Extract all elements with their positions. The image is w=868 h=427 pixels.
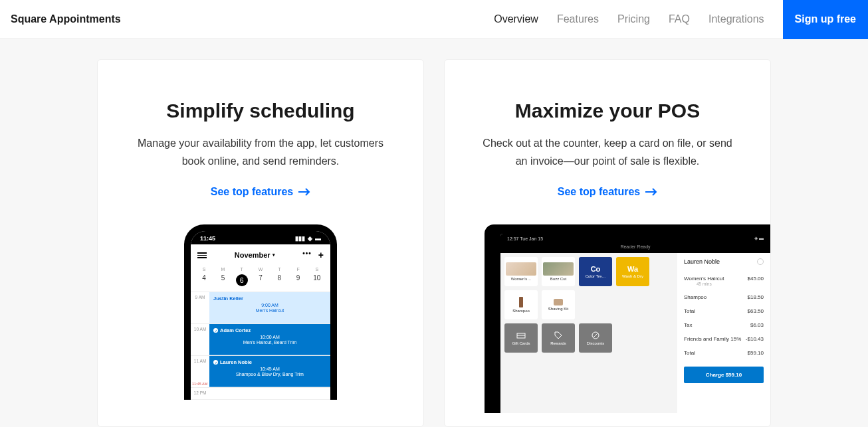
card-scheduling-desc: Manage your availability from the app, l… xyxy=(118,134,403,170)
week-day: F xyxy=(288,267,307,272)
week-day: S xyxy=(195,267,213,272)
phone-mockup: 11:45 ▮▮▮ ◈ ▬ November ▾ ••• + xyxy=(184,224,337,400)
receipt-line: Friends and Family 15%-$10.43 xyxy=(684,332,764,346)
date-cell[interactable]: 5 xyxy=(213,274,232,286)
tablet-screen: 12:57 Tue Jan 15 ◈ ▬ Reader Ready Women'… xyxy=(500,234,770,413)
user-icon xyxy=(757,258,764,265)
event-block[interactable]: Justin Keller 9:00 AM Men's Haircut xyxy=(209,292,330,323)
receipt-line: Women's Haircut45 mins$45.00 xyxy=(684,272,764,290)
event-name: ✓Lauren Noble xyxy=(213,359,326,365)
receipt-line: Tax$6.03 xyxy=(684,318,764,332)
phone-toolbar: November ▾ ••• + xyxy=(191,244,330,266)
date-cell-selected[interactable]: 6 xyxy=(233,274,251,286)
grid-item-buzz[interactable]: Buzz Cut xyxy=(542,257,575,286)
receipt-panel: Lauren Noble Women's Haircut45 mins$45.0… xyxy=(677,253,770,413)
check-icon: ✓ xyxy=(213,328,218,333)
signup-button[interactable]: Sign up free xyxy=(783,0,868,39)
date-cell[interactable]: 8 xyxy=(270,274,288,286)
event-name: Justin Keller xyxy=(213,296,326,301)
grid-item-rewards[interactable]: Rewards xyxy=(542,323,575,353)
phone-status-icons: ▮▮▮ ◈ ▬ xyxy=(295,235,321,242)
charge-button[interactable]: Charge $59.10 xyxy=(684,367,764,383)
schedule: 9 AM Justin Keller 9:00 AM Men's Haircut… xyxy=(191,292,330,400)
tablet-header: Reader Ready xyxy=(500,243,770,253)
current-time-marker: 11:45 AM xyxy=(192,382,207,386)
nav-integrations[interactable]: Integrations xyxy=(708,13,764,25)
schedule-hour: 12 PM xyxy=(191,388,209,399)
card-scheduling-title: Simplify scheduling xyxy=(118,100,403,122)
add-icon[interactable]: + xyxy=(318,250,324,260)
nav-features[interactable]: Features xyxy=(557,13,599,25)
event-name: ✓Adam Cortez xyxy=(213,327,326,333)
grid-item-color[interactable]: CoColor Tre… xyxy=(579,257,612,286)
event-time: 9:00 AM xyxy=(213,303,326,307)
card-pos-desc: Check out at the counter, keep a card on… xyxy=(465,134,750,170)
date-cell[interactable]: 7 xyxy=(251,274,270,286)
event-desc: Men's Haircut xyxy=(213,308,326,313)
tag-icon xyxy=(554,331,563,340)
card-scheduling-link[interactable]: See top features xyxy=(211,186,310,198)
receipt-line: Total$59.10 xyxy=(684,346,764,360)
schedule-row: 12 PM xyxy=(191,388,330,400)
date-cell[interactable]: 4 xyxy=(195,274,213,286)
grid-item-discounts[interactable]: Discounts xyxy=(579,323,612,353)
nav-pricing[interactable]: Pricing xyxy=(617,13,650,25)
event-block[interactable]: ✓Lauren Noble 10:45 AM Shampoo & Blow Dr… xyxy=(209,356,330,387)
schedule-row: 9 AM Justin Keller 9:00 AM Men's Haircut xyxy=(191,292,330,324)
grid-item-wash[interactable]: WaWash & Dry xyxy=(616,257,649,286)
nav-faq[interactable]: FAQ xyxy=(669,13,690,25)
month-selector[interactable]: November ▾ xyxy=(235,251,275,259)
phone-screen: 11:45 ▮▮▮ ◈ ▬ November ▾ ••• + xyxy=(191,231,330,400)
event-desc: Men's Haircut, Beard Trim xyxy=(213,340,326,345)
card-pos-title: Maximize your POS xyxy=(465,100,750,122)
date-cell[interactable]: 9 xyxy=(288,274,307,286)
percent-icon xyxy=(591,331,600,340)
nav: Overview Features Pricing FAQ Integratio… xyxy=(494,0,868,39)
tablet-status-icons: ◈ ▬ xyxy=(754,236,764,241)
more-icon[interactable]: ••• xyxy=(302,250,312,260)
link-label: See top features xyxy=(211,186,293,198)
event-empty xyxy=(209,388,330,399)
grid-item-womens[interactable]: Women's… xyxy=(504,257,538,286)
event-block[interactable]: ✓Adam Cortez 10:00 AM Men's Haircut, Bea… xyxy=(209,324,330,355)
toolbar-right: ••• + xyxy=(302,250,324,260)
week-day: T xyxy=(270,267,288,272)
receipt-line: Total$63.50 xyxy=(684,304,764,318)
phone-notch xyxy=(227,231,294,243)
wifi-icon: ◈ xyxy=(308,235,312,242)
card-pos: Maximize your POS Check out at the count… xyxy=(444,59,771,427)
gift-icon xyxy=(516,331,526,340)
receipt-customer[interactable]: Lauren Noble xyxy=(684,258,764,265)
event-time: 10:45 AM xyxy=(213,367,326,371)
battery-icon: ▬ xyxy=(315,235,321,242)
arrow-right-icon xyxy=(645,188,657,196)
schedule-hour: 9 AM xyxy=(191,292,209,323)
arrow-right-icon xyxy=(298,188,310,196)
chevron-down-icon: ▾ xyxy=(272,252,275,258)
month-label: November xyxy=(235,251,271,259)
pos-grid: Women's… Buzz Cut CoColor Tre… WaWash & … xyxy=(500,253,677,413)
schedule-row: 11 AM11:45 AM ✓Lauren Noble 10:45 AM Sha… xyxy=(191,356,330,388)
event-desc: Shampoo & Blow Dry, Bang Trim xyxy=(213,372,326,377)
schedule-hour: 11 AM11:45 AM xyxy=(191,356,209,387)
content: Simplify scheduling Manage your availabi… xyxy=(0,39,868,427)
tablet-body: Women's… Buzz Cut CoColor Tre… WaWash & … xyxy=(500,253,770,413)
svg-line-3 xyxy=(594,333,597,337)
tablet-mockup: 12:57 Tue Jan 15 ◈ ▬ Reader Ready Women'… xyxy=(485,224,770,413)
week-day: S xyxy=(308,267,326,272)
week-day: T xyxy=(233,267,251,272)
date-cell[interactable]: 10 xyxy=(308,274,326,286)
tablet-time: 12:57 Tue Jan 15 xyxy=(507,236,543,241)
week-row: S M T W T F S xyxy=(191,266,330,274)
hamburger-icon[interactable] xyxy=(197,252,207,258)
grid-item-gift[interactable]: Gift Cards xyxy=(504,323,538,353)
receipt-line: Shampoo$18.50 xyxy=(684,290,764,304)
tablet-status-bar: 12:57 Tue Jan 15 ◈ ▬ xyxy=(500,234,770,243)
nav-overview[interactable]: Overview xyxy=(494,13,538,25)
grid-item-shaving[interactable]: Shaving Kit xyxy=(542,290,575,319)
grid-item-shampoo[interactable]: Shampoo xyxy=(504,290,538,319)
card-pos-link[interactable]: See top features xyxy=(558,186,657,198)
check-icon: ✓ xyxy=(213,360,218,365)
link-label: See top features xyxy=(558,186,640,198)
schedule-row: 10 AM ✓Adam Cortez 10:00 AM Men's Haircu… xyxy=(191,324,330,356)
